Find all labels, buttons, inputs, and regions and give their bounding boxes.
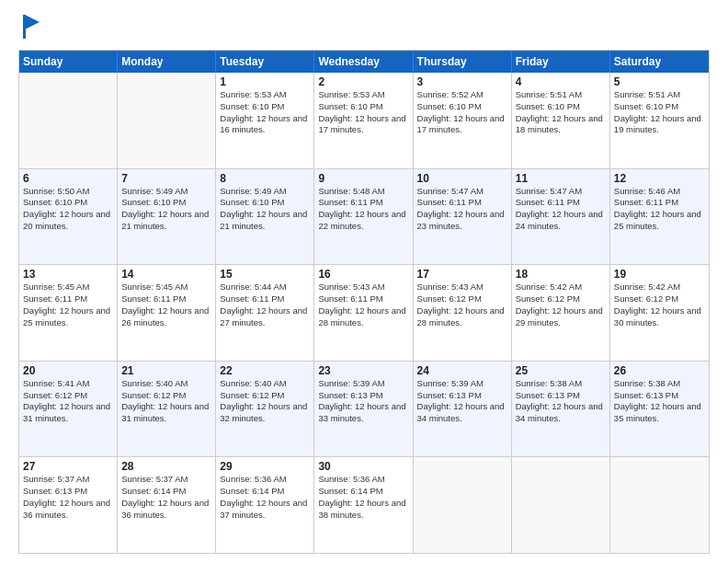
sunset-text: Sunset: 6:12 PM: [516, 293, 606, 305]
sunrise-text: Sunrise: 5:47 AM: [417, 186, 507, 198]
sunset-text: Sunset: 6:12 PM: [121, 390, 211, 402]
day-cell-13: 13Sunrise: 5:45 AMSunset: 6:11 PMDayligh…: [19, 265, 118, 361]
day-number: 26: [614, 364, 705, 377]
day-cell-10: 10Sunrise: 5:47 AMSunset: 6:11 PMDayligh…: [414, 169, 512, 265]
sunset-text: Sunset: 6:10 PM: [220, 197, 310, 209]
page: SundayMondayTuesdayWednesdayThursdayFrid…: [0, 0, 728, 563]
daylight-text: Daylight: 12 hours and 20 minutes.: [23, 209, 113, 233]
sunrise-text: Sunrise: 5:40 AM: [220, 378, 310, 390]
sunrise-text: Sunrise: 5:46 AM: [614, 186, 705, 198]
daylight-text: Daylight: 12 hours and 23 minutes.: [417, 209, 507, 233]
header-day-friday: Friday: [512, 51, 610, 73]
sunrise-text: Sunrise: 5:48 AM: [318, 186, 408, 198]
sunset-text: Sunset: 6:11 PM: [220, 293, 310, 305]
sunset-text: Sunset: 6:11 PM: [516, 197, 606, 209]
sunset-text: Sunset: 6:12 PM: [23, 390, 113, 402]
empty-cell: [512, 457, 610, 553]
calendar-week-3: 13Sunrise: 5:45 AMSunset: 6:11 PMDayligh…: [19, 265, 709, 362]
empty-cell: [19, 73, 118, 168]
header-day-tuesday: Tuesday: [216, 51, 314, 73]
day-number: 7: [121, 172, 211, 185]
logo-icon: [21, 13, 41, 40]
calendar-header: SundayMondayTuesdayWednesdayThursdayFrid…: [19, 51, 709, 73]
sunset-text: Sunset: 6:11 PM: [417, 197, 507, 209]
sunrise-text: Sunrise: 5:42 AM: [614, 282, 705, 293]
day-cell-7: 7Sunrise: 5:49 AMSunset: 6:10 PMDaylight…: [118, 169, 216, 265]
sunset-text: Sunset: 6:12 PM: [417, 293, 507, 305]
sunset-text: Sunset: 6:11 PM: [23, 293, 113, 305]
empty-cell: [414, 457, 512, 553]
sunrise-text: Sunrise: 5:39 AM: [417, 378, 507, 390]
day-cell-26: 26Sunrise: 5:38 AMSunset: 6:13 PMDayligh…: [610, 362, 709, 457]
sunset-text: Sunset: 6:14 PM: [121, 486, 211, 498]
day-cell-22: 22Sunrise: 5:40 AMSunset: 6:12 PMDayligh…: [216, 362, 314, 457]
header-day-wednesday: Wednesday: [314, 51, 413, 73]
daylight-text: Daylight: 12 hours and 17 minutes.: [417, 113, 507, 137]
sunrise-text: Sunrise: 5:53 AM: [220, 89, 310, 101]
sunset-text: Sunset: 6:10 PM: [121, 197, 211, 209]
day-cell-27: 27Sunrise: 5:37 AMSunset: 6:13 PMDayligh…: [19, 457, 118, 553]
day-number: 14: [121, 268, 211, 281]
daylight-text: Daylight: 12 hours and 17 minutes.: [318, 113, 408, 137]
sunrise-text: Sunrise: 5:45 AM: [23, 282, 113, 293]
daylight-text: Daylight: 12 hours and 26 minutes.: [121, 305, 211, 329]
sunset-text: Sunset: 6:13 PM: [23, 486, 113, 498]
day-number: 20: [23, 364, 113, 377]
daylight-text: Daylight: 12 hours and 36 minutes.: [121, 498, 211, 522]
sunrise-text: Sunrise: 5:37 AM: [121, 474, 211, 486]
sunrise-text: Sunrise: 5:51 AM: [516, 89, 606, 101]
day-cell-14: 14Sunrise: 5:45 AMSunset: 6:11 PMDayligh…: [118, 265, 216, 361]
header-day-saturday: Saturday: [610, 51, 709, 73]
day-cell-8: 8Sunrise: 5:49 AMSunset: 6:10 PMDaylight…: [216, 169, 314, 265]
daylight-text: Daylight: 12 hours and 18 minutes.: [516, 113, 606, 137]
sunset-text: Sunset: 6:10 PM: [23, 197, 113, 209]
day-number: 10: [417, 172, 507, 185]
sunset-text: Sunset: 6:10 PM: [220, 101, 310, 113]
day-number: 18: [516, 268, 606, 281]
daylight-text: Daylight: 12 hours and 37 minutes.: [220, 498, 310, 522]
day-cell-1: 1Sunrise: 5:53 AMSunset: 6:10 PMDaylight…: [216, 73, 314, 168]
day-number: 8: [220, 172, 310, 185]
sunset-text: Sunset: 6:12 PM: [220, 390, 310, 402]
sunrise-text: Sunrise: 5:45 AM: [121, 282, 211, 293]
header: [18, 17, 710, 40]
day-number: 17: [417, 268, 507, 281]
day-number: 28: [121, 460, 211, 473]
day-cell-29: 29Sunrise: 5:36 AMSunset: 6:14 PMDayligh…: [216, 457, 314, 553]
sunset-text: Sunset: 6:14 PM: [220, 486, 310, 498]
day-cell-5: 5Sunrise: 5:51 AMSunset: 6:10 PMDaylight…: [610, 73, 709, 168]
daylight-text: Daylight: 12 hours and 28 minutes.: [417, 305, 507, 329]
calendar-week-5: 27Sunrise: 5:37 AMSunset: 6:13 PMDayligh…: [19, 457, 709, 553]
day-number: 6: [23, 172, 113, 185]
empty-cell: [118, 73, 216, 168]
day-number: 5: [614, 75, 705, 88]
sunrise-text: Sunrise: 5:49 AM: [121, 186, 211, 198]
header-day-thursday: Thursday: [414, 51, 512, 73]
calendar: SundayMondayTuesdayWednesdayThursdayFrid…: [18, 50, 710, 554]
day-cell-20: 20Sunrise: 5:41 AMSunset: 6:12 PMDayligh…: [19, 362, 118, 457]
daylight-text: Daylight: 12 hours and 35 minutes.: [614, 401, 705, 425]
daylight-text: Daylight: 12 hours and 25 minutes.: [23, 305, 113, 329]
sunrise-text: Sunrise: 5:53 AM: [318, 89, 408, 101]
day-cell-17: 17Sunrise: 5:43 AMSunset: 6:12 PMDayligh…: [414, 265, 512, 361]
day-number: 27: [23, 460, 113, 473]
sunset-text: Sunset: 6:11 PM: [318, 293, 408, 305]
daylight-text: Daylight: 12 hours and 31 minutes.: [121, 401, 211, 425]
day-cell-15: 15Sunrise: 5:44 AMSunset: 6:11 PMDayligh…: [216, 265, 314, 361]
calendar-week-4: 20Sunrise: 5:41 AMSunset: 6:12 PMDayligh…: [19, 362, 709, 458]
day-cell-6: 6Sunrise: 5:50 AMSunset: 6:10 PMDaylight…: [19, 169, 118, 265]
sunrise-text: Sunrise: 5:36 AM: [220, 474, 310, 486]
header-day-monday: Monday: [118, 51, 216, 73]
day-number: 2: [318, 75, 408, 88]
daylight-text: Daylight: 12 hours and 22 minutes.: [318, 209, 408, 233]
daylight-text: Daylight: 12 hours and 24 minutes.: [516, 209, 606, 233]
sunset-text: Sunset: 6:11 PM: [614, 197, 705, 209]
day-cell-11: 11Sunrise: 5:47 AMSunset: 6:11 PMDayligh…: [512, 169, 610, 265]
day-number: 21: [121, 364, 211, 377]
day-cell-9: 9Sunrise: 5:48 AMSunset: 6:11 PMDaylight…: [314, 169, 413, 265]
day-number: 24: [417, 364, 507, 377]
daylight-text: Daylight: 12 hours and 32 minutes.: [220, 401, 310, 425]
sunset-text: Sunset: 6:13 PM: [318, 390, 408, 402]
header-day-sunday: Sunday: [19, 51, 118, 73]
sunset-text: Sunset: 6:10 PM: [516, 101, 606, 113]
